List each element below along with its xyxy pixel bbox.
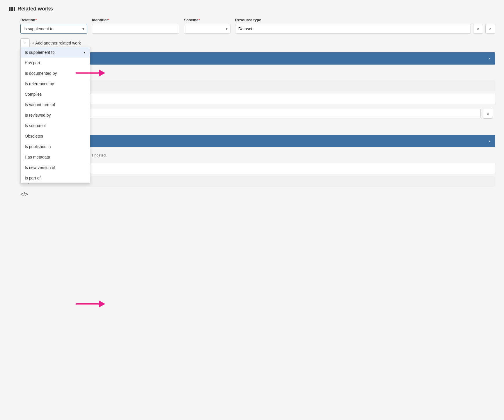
resource-type-wrapper: × ×: [235, 24, 495, 34]
grid-icon: [9, 7, 15, 11]
scheme-label: Scheme*: [184, 18, 230, 22]
is-reviewed-by-section: ×: [20, 106, 495, 121]
dropdown-item-is-part-of[interactable]: Is part of: [21, 173, 90, 183]
code-icon-row: </>: [20, 189, 495, 200]
is-part-of-arrow-line: [76, 303, 99, 305]
dropdown-item-obsoletes[interactable]: Obsoletes: [21, 131, 90, 141]
is-source-of-add-row: + Is source of: [20, 123, 495, 133]
has-part-arrow-line: [76, 72, 99, 74]
is-variant-form-of-section: Is variant form of: [20, 93, 495, 104]
is-part-of-section: Is part of: [20, 176, 495, 187]
resource-type-remove-button[interactable]: ×: [485, 24, 495, 34]
code-icon: </>: [20, 191, 28, 197]
page-title-bar: Related works: [9, 6, 495, 12]
files-section[interactable]: F ›: [20, 52, 495, 65]
dropdown-arrow-icon: ▼: [82, 27, 85, 31]
files-chevron-icon: ›: [489, 56, 490, 61]
is-part-of-arrow-head: [99, 300, 105, 307]
has-part-arrow-head: [99, 70, 105, 76]
scheme-select-wrapper[interactable]: [184, 24, 230, 34]
identifier-label: Identifier*: [92, 18, 179, 22]
relation-dropdown[interactable]: Is supplement to ▼ Has part Is documente…: [20, 47, 90, 184]
resource-type-clear-button[interactable]: ×: [473, 24, 483, 34]
dropdown-selected-item[interactable]: Is supplement to ▼: [21, 47, 90, 58]
is-part-of-arrow-container: [76, 300, 105, 307]
identifier-input[interactable]: [92, 24, 179, 34]
dropdown-item-is-referenced-by[interactable]: Is referenced by: [21, 79, 90, 89]
add-another-row: + + Add another related work: [20, 38, 495, 48]
url-section: 🔗 URL The URL where the repository is ho…: [20, 150, 495, 161]
dropdown-item-compiles[interactable]: Compiles: [21, 89, 90, 99]
software-chevron-icon: ›: [489, 138, 490, 144]
dropdown-item-is-reviewed-by[interactable]: Is reviewed by: [21, 110, 90, 120]
dropdown-item-is-published-in[interactable]: Is published in: [21, 141, 90, 152]
has-part-arrow-container: [76, 70, 105, 76]
reviewed-by-input[interactable]: [23, 109, 481, 118]
relation-select[interactable]: Is supplement to ▼: [20, 24, 87, 34]
header-row: Relation* Is supplement to ▼ Identifier*: [20, 18, 495, 34]
relation-label: Relation*: [20, 18, 87, 22]
page-title: Related works: [17, 6, 53, 12]
add-work-button[interactable]: +: [20, 38, 30, 48]
is-referenced-by-section: Is referenced by: [20, 80, 495, 91]
scheme-select[interactable]: [184, 24, 230, 34]
dropdown-item-has-part[interactable]: Has part: [21, 58, 90, 68]
dropdown-item-has-metadata[interactable]: Has metadata: [21, 152, 90, 162]
dropdown-item-is-new-version-of[interactable]: Is new version of: [21, 162, 90, 173]
reviewed-by-clear-button[interactable]: ×: [483, 109, 493, 119]
resource-type-input[interactable]: [235, 24, 471, 34]
is-new-version-of-section: Is new version of: [20, 163, 495, 174]
resource-type-label: Resource type: [235, 18, 495, 22]
add-work-label[interactable]: + Add another related work: [32, 41, 81, 45]
dropdown-item-is-source-of[interactable]: Is source of: [21, 120, 90, 131]
dropdown-selected-arrow: ▼: [83, 51, 86, 54]
relation-dropdown-wrapper[interactable]: Is supplement to ▼: [20, 24, 87, 34]
software-section[interactable]: S ›: [20, 135, 495, 147]
page-container: Related works Relation* Is supplement to…: [0, 0, 504, 420]
dropdown-item-is-variant-form-of[interactable]: Is variant form of: [21, 99, 90, 110]
